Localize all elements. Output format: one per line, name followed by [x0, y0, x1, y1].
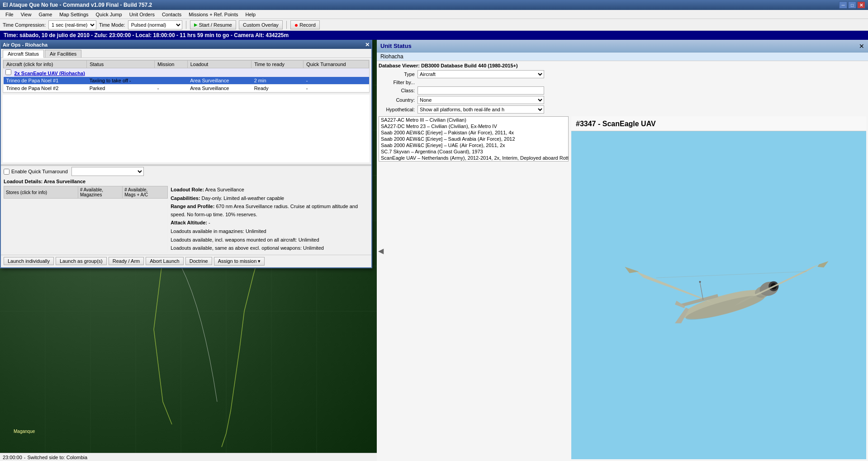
minimize-button[interactable]: ─: [839, 1, 847, 9]
statusbar-message: Switched side to: Colombia: [28, 455, 88, 460]
ready-arm-button[interactable]: Ready / Arm: [109, 257, 144, 265]
aircraft-empty-area: [3, 95, 370, 162]
start-resume-button[interactable]: ▶ Start / Resume: [190, 20, 236, 29]
db-list-item-7[interactable]: ScanEagle UAV – United Kingdom (Royal Na…: [379, 161, 568, 162]
loadout-mag-label: Loadouts available in magazines:: [171, 228, 244, 234]
timebar-text: Time: sábado, 10 de julio de 2010 - Zulu…: [4, 32, 289, 38]
db-filter-form: Type Aircraft Filter by... Class: Countr…: [379, 70, 866, 114]
aircraft-row-2[interactable]: Trineo de Papa Noel #2 Parked - Area Sur…: [4, 85, 369, 92]
quick-turnaround-row: Enable Quick Turnaround: [1, 166, 371, 177]
aircraft-quick-1: -: [304, 77, 369, 85]
time-mode-label: Time Mode:: [99, 22, 125, 28]
launch-individually-button[interactable]: Launch individually: [4, 257, 54, 265]
stores-col-avail-mag: # Available,Magazines: [78, 186, 123, 199]
filter-by-label: Filter by...: [379, 80, 415, 85]
time-mode-select[interactable]: Pulsed (normal): [128, 20, 182, 29]
airops-tabs: Aircraft Status Air Facilities: [1, 49, 371, 58]
titlebar: El Ataque Que No fue - Command v1.09 Fin…: [0, 0, 868, 10]
db-viewer: Database Viewer: DB3000 Database Build 4…: [377, 61, 868, 461]
loadout-excl-value: Unlimited: [303, 245, 324, 251]
menu-file[interactable]: File: [2, 11, 17, 18]
db-list-item-2[interactable]: Saab 2000 AEW&C [Erieye] – Pakistan (Air…: [379, 129, 568, 136]
loadout-attack-value: -: [209, 220, 210, 225]
db-viewer-title: Database Viewer: DB3000 Database Build 4…: [379, 63, 866, 68]
abort-launch-button[interactable]: Abort Launch: [146, 257, 183, 265]
titlebar-title: El Ataque Que No fue - Command v1.09 Fin…: [3, 2, 839, 8]
menu-unit-orders[interactable]: Unit Orders: [126, 11, 158, 18]
airops-close-button[interactable]: ✕: [365, 42, 370, 48]
loadout-role-label: Loadout Role:: [171, 187, 204, 192]
loadout-excl-line: Loadouts available, same as above excl. …: [171, 244, 369, 252]
menu-game[interactable]: Game: [35, 11, 56, 18]
menu-missions[interactable]: Missions + Ref. Points: [185, 11, 242, 18]
loadout-attack-label: Attack Altitude:: [171, 220, 207, 225]
stores-empty-cell: [4, 199, 168, 253]
time-compression-label: Time Compression:: [3, 22, 46, 28]
assign-mission-button[interactable]: Assign to mission: [214, 257, 265, 266]
scaneagle-illustration: [593, 217, 844, 373]
group-link[interactable]: 2x ScanEagle UAV (Riohacha): [14, 71, 85, 76]
loadout-role-line: Loadout Role: Area Surveillance: [171, 186, 369, 194]
class-input[interactable]: [417, 86, 544, 95]
quick-turnaround-select[interactable]: [71, 167, 144, 176]
statusbar-separator: -: [24, 455, 26, 460]
stores-col-avail-mags-ac: # Available,Mags + A/C: [123, 186, 168, 199]
menu-map-settings[interactable]: Map Settings: [56, 11, 92, 18]
menu-contacts[interactable]: Contacts: [158, 11, 185, 18]
col-time-to-ready: Time to ready: [251, 61, 304, 68]
menu-view[interactable]: View: [17, 11, 35, 18]
loadout-mag-value: Unlimited: [246, 228, 266, 234]
loadout-all-line: Loadouts available, incl. weapons mounte…: [171, 236, 369, 244]
quick-turnaround-checkbox[interactable]: [4, 169, 9, 175]
time-compression-select[interactable]: 1 sec (real-time): [48, 20, 96, 29]
hypothetical-select[interactable]: Show all platforms, both real-life and h: [417, 105, 544, 114]
toolbar-separator-1: [186, 21, 186, 29]
loadout-table-area: Stores (click for info) # Available,Maga…: [4, 186, 369, 253]
loadout-capabilities-line: Capabilities: Day-only. Limited all-weat…: [171, 195, 369, 203]
db-list-item-0[interactable]: SA227-AC Metro III – Civilian (Civilian): [379, 117, 568, 123]
maximize-button[interactable]: □: [848, 1, 856, 9]
col-aircraft: Aircraft (click for info): [4, 61, 87, 68]
db-list-item-5[interactable]: SC.7 Skyvan – Argentina (Coast Guard), 1…: [379, 148, 568, 155]
record-button[interactable]: ● Record: [290, 20, 320, 29]
col-status: Status: [87, 61, 155, 68]
col-mission: Mission: [155, 61, 187, 68]
unit-status-close-button[interactable]: ✕: [859, 43, 864, 50]
country-select[interactable]: None: [417, 96, 544, 104]
custom-overlay-button[interactable]: Custom Overlay: [239, 20, 283, 29]
loadout-info: Loadout Role: Area Surveillance Capabili…: [171, 186, 369, 253]
menu-help[interactable]: Help: [242, 11, 259, 18]
type-select[interactable]: Aircraft: [417, 70, 544, 78]
tab-air-facilities[interactable]: Air Facilities: [45, 50, 81, 57]
db-list-item-1[interactable]: SA227-DC Metro 23 – Civilian (Civilian),…: [379, 123, 568, 129]
aircraft-loadout-2: Area Surveillance: [187, 85, 251, 92]
loadout-cap-value: Day-only. Limited all-weather capable: [202, 195, 285, 201]
unit-status-location: Riohacha: [377, 52, 868, 61]
tab-aircraft-status[interactable]: Aircraft Status: [3, 50, 44, 58]
col-quick-turnaround: Quick Turnaround: [304, 61, 369, 68]
svg-marker-25: [817, 261, 828, 268]
menu-quick-jump[interactable]: Quick Jump: [92, 11, 126, 18]
launch-group-button[interactable]: Launch as group(s): [56, 257, 107, 265]
quick-turnaround-checkbox-label[interactable]: Enable Quick Turnaround: [4, 169, 68, 175]
toolbar-separator-2: [286, 21, 287, 29]
aircraft-mission-2: -: [155, 85, 187, 92]
close-button[interactable]: ✕: [857, 1, 865, 9]
aircraft-name-2[interactable]: Trineo de Papa Noel #2: [4, 85, 87, 92]
timebar: Time: sábado, 10 de julio de 2010 - Zulu…: [0, 31, 868, 40]
scroll-left-arrow[interactable]: ◀: [378, 246, 384, 255]
group-checkbox[interactable]: [5, 69, 11, 75]
db-list-item-6[interactable]: ScanEagle UAV – Netherlands (Army), 2012…: [379, 155, 568, 161]
aircraft-group-cell: 2x ScanEagle UAV (Riohacha): [4, 68, 369, 77]
doctrine-button[interactable]: Doctrine: [185, 257, 212, 265]
aircraft-name-1[interactable]: Trineo de Papa Noel #1: [4, 77, 87, 85]
db-detail-title: #3347 - ScanEagle UAV: [571, 116, 866, 131]
aircraft-row-1[interactable]: Trineo de Papa Noel #1 Taxiing to take o…: [4, 77, 369, 85]
db-list-item-3[interactable]: Saab 2000 AEW&C [Erieye] – Saudi Arabia …: [379, 136, 568, 142]
db-list-item-4[interactable]: Saab 2000 AEW&C [Erieye] – UAE (Air Forc…: [379, 142, 568, 148]
col-loadout: Loadout: [187, 61, 251, 68]
map-area[interactable]: Maganque Air Ops - Riohacha ✕ Aircraft S…: [0, 40, 377, 461]
db-list[interactable]: SA227-AC Metro III – Civilian (Civilian)…: [379, 116, 569, 162]
loadout-range-label: Range and Profile:: [171, 204, 214, 209]
country-label: Country:: [379, 97, 415, 103]
